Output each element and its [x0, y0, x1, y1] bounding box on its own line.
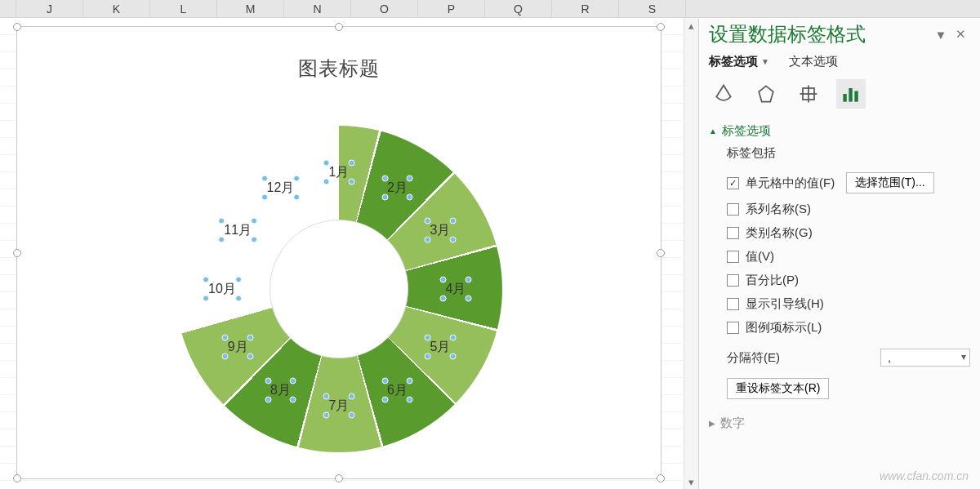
label-selection-handle[interactable]	[251, 237, 257, 243]
label-selection-handle[interactable]	[348, 178, 354, 184]
label-selection-handle[interactable]	[251, 218, 257, 224]
resize-handle-bottom-right[interactable]	[657, 474, 665, 482]
separator-select[interactable]: ,	[880, 349, 970, 367]
column-header[interactable]: K	[83, 0, 150, 17]
tab-text-options[interactable]: 文本选项	[789, 54, 838, 69]
column-header[interactable]: R	[552, 0, 619, 17]
label-selection-handle[interactable]	[348, 159, 354, 166]
resize-handle-middle-left[interactable]	[13, 249, 21, 257]
data-label[interactable]: 12月	[261, 178, 301, 197]
label-selection-handle[interactable]	[222, 353, 229, 360]
vertical-scrollbar[interactable]: ▴ ▾	[684, 18, 698, 489]
fill-line-icon[interactable]	[709, 79, 738, 109]
reset-label-text-button[interactable]: 重设标签文本(R)	[727, 378, 829, 399]
label-selection-handle[interactable]	[203, 276, 209, 282]
label-selection-handle[interactable]	[465, 295, 471, 301]
label-selection-handle[interactable]	[261, 175, 268, 181]
chart-object[interactable]: 图表标题 1月2月3月4月5月6月7月8月9月10月11月12月	[16, 26, 662, 479]
label-selection-handle[interactable]	[424, 335, 430, 341]
label-selection-handle[interactable]	[323, 393, 330, 399]
effects-icon[interactable]	[751, 79, 781, 109]
label-selection-handle[interactable]	[381, 396, 388, 402]
data-label[interactable]: 4月	[439, 279, 473, 298]
label-selection-handle[interactable]	[290, 396, 296, 402]
resize-handle-bottom-middle[interactable]	[335, 474, 343, 482]
label-selection-handle[interactable]	[235, 276, 242, 282]
checkbox-series-name[interactable]: 系列名称(S)	[727, 202, 970, 217]
label-selection-handle[interactable]	[449, 218, 456, 224]
resize-handle-middle-right[interactable]	[657, 249, 665, 257]
label-selection-handle[interactable]	[407, 396, 413, 402]
data-label[interactable]: 11月	[217, 221, 258, 240]
label-selection-handle[interactable]	[381, 193, 388, 200]
column-header[interactable]: J	[16, 0, 83, 17]
label-selection-handle[interactable]	[265, 377, 271, 384]
label-selection-handle[interactable]	[222, 335, 229, 341]
column-header[interactable]: S	[619, 0, 686, 17]
label-selection-handle[interactable]	[381, 377, 388, 384]
checkbox-percentage[interactable]: 百分比(P)	[727, 273, 970, 288]
column-header[interactable]: L	[150, 0, 217, 17]
data-label[interactable]: 7月	[323, 396, 356, 415]
label-selection-handle[interactable]	[465, 276, 471, 282]
label-selection-handle[interactable]	[348, 411, 354, 418]
label-selection-handle[interactable]	[323, 411, 330, 418]
select-range-button[interactable]: 选择范围(T)...	[846, 172, 934, 193]
label-selection-handle[interactable]	[323, 178, 330, 184]
label-selection-handle[interactable]	[381, 175, 388, 181]
label-selection-handle[interactable]	[218, 237, 225, 243]
column-header[interactable]: Q	[485, 0, 552, 17]
column-header[interactable]: P	[418, 0, 485, 17]
data-label[interactable]: 1月	[323, 162, 356, 181]
pane-close-icon[interactable]: ✕	[951, 27, 970, 42]
label-selection-handle[interactable]	[218, 218, 225, 224]
column-header[interactable]	[0, 0, 16, 17]
label-selection-handle[interactable]	[293, 175, 300, 181]
checkbox-value-from-cells[interactable]: 单元格中的值(F)	[727, 176, 835, 191]
chart-title[interactable]: 图表标题	[17, 56, 661, 82]
label-selection-handle[interactable]	[407, 193, 413, 200]
label-selection-handle[interactable]	[449, 353, 456, 360]
donut-chart[interactable]: 1月2月3月4月5月6月7月8月9月10月11月12月	[176, 126, 502, 452]
label-selection-handle[interactable]	[261, 193, 268, 200]
label-selection-handle[interactable]	[247, 335, 254, 341]
label-selection-handle[interactable]	[424, 237, 430, 243]
label-selection-handle[interactable]	[203, 295, 209, 301]
scroll-up-arrow[interactable]: ▴	[684, 18, 698, 33]
label-selection-handle[interactable]	[293, 193, 300, 200]
size-properties-icon[interactable]	[794, 79, 823, 109]
section-label-options[interactable]: ▲ 标签选项	[699, 117, 980, 144]
label-selection-handle[interactable]	[407, 377, 413, 384]
data-label[interactable]: 3月	[423, 221, 457, 240]
resize-handle-bottom-left[interactable]	[13, 474, 21, 482]
tab-label-options[interactable]: 标签选项 ▼	[709, 54, 769, 69]
data-label[interactable]: 6月	[381, 380, 414, 399]
data-label[interactable]: 2月	[381, 178, 414, 197]
data-label[interactable]: 8月	[264, 380, 297, 399]
label-selection-handle[interactable]	[424, 218, 430, 224]
checkbox-category-name[interactable]: 类别名称(G)	[727, 225, 970, 241]
label-selection-handle[interactable]	[449, 335, 456, 341]
label-options-icon[interactable]	[836, 79, 866, 109]
label-selection-handle[interactable]	[235, 295, 242, 301]
data-label[interactable]: 9月	[221, 338, 255, 357]
column-header[interactable]: O	[351, 0, 418, 17]
column-header[interactable]: M	[217, 0, 284, 17]
data-label[interactable]: 10月	[202, 279, 243, 298]
worksheet-area[interactable]: 图表标题 1月2月3月4月5月6月7月8月9月10月11月12月	[0, 18, 684, 489]
section-number[interactable]: ▶ 数字	[699, 404, 980, 436]
data-label[interactable]: 5月	[423, 338, 457, 357]
label-selection-handle[interactable]	[407, 175, 413, 181]
label-selection-handle[interactable]	[348, 393, 354, 399]
label-selection-handle[interactable]	[290, 377, 296, 384]
scroll-down-arrow[interactable]: ▾	[684, 474, 698, 489]
label-selection-handle[interactable]	[323, 159, 330, 166]
label-selection-handle[interactable]	[440, 276, 447, 282]
label-selection-handle[interactable]	[449, 237, 456, 243]
label-selection-handle[interactable]	[247, 353, 254, 360]
label-selection-handle[interactable]	[440, 295, 447, 301]
checkbox-legend-key[interactable]: 图例项标示(L)	[727, 320, 970, 336]
resize-handle-top-left[interactable]	[13, 23, 21, 31]
resize-handle-top-middle[interactable]	[335, 23, 343, 31]
checkbox-show-leaders[interactable]: 显示引导线(H)	[727, 296, 970, 312]
